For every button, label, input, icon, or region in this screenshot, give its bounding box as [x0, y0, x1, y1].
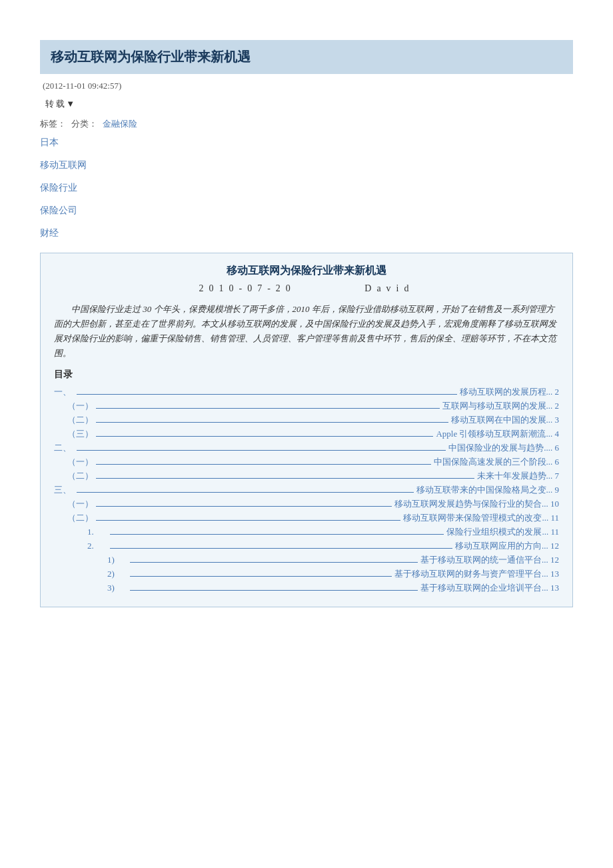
- tags-row: 标签： 分类： 金融保险: [40, 118, 573, 130]
- toc-spacer: [77, 450, 446, 451]
- toc-num[interactable]: 2): [107, 569, 127, 579]
- article-title: 移动互联网为保险行业带来新机遇: [54, 264, 559, 278]
- article-author: David: [364, 283, 414, 293]
- toc-text[interactable]: 基于移动互联网的统一通信平台... 12: [420, 554, 559, 566]
- toc-num[interactable]: 1.: [87, 527, 107, 537]
- article-box: 移动互联网为保险行业带来新机遇 2010-07-20 David 中国保险行业走…: [40, 253, 573, 607]
- toc-item: 1)基于移动互联网的统一通信平台... 12: [54, 554, 559, 566]
- toc-num[interactable]: 一、: [54, 386, 74, 398]
- title-box: 移动互联网为保险行业带来新机遇: [40, 40, 573, 74]
- toc-spacer: [96, 408, 440, 409]
- toc-text[interactable]: 移动互联网在中国的发展... 3: [451, 414, 560, 426]
- toc-spacer: [96, 478, 474, 479]
- toc-text[interactable]: 移动互联带来的中国保险格局之变... 9: [416, 484, 560, 496]
- toc-spacer: [130, 590, 418, 591]
- toc-item: 二、中国保险业的发展与趋势.... 6: [54, 442, 559, 454]
- toc-item: （一）移动互联网发展趋势与保险行业的契合... 10: [54, 498, 559, 510]
- toc-item: （二）移动互联网带来保险管理模式的改变... 11: [54, 512, 559, 524]
- toc-item: 三、移动互联带来的中国保险格局之变... 9: [54, 484, 559, 496]
- toc-num[interactable]: （二）: [67, 470, 93, 482]
- toc-item: （一）互联网与移动互联网的发展... 2: [54, 400, 559, 412]
- toolbar-row: 转 载 ▼: [40, 95, 573, 113]
- keyword-link-4[interactable]: 财经: [40, 227, 573, 239]
- forward-button[interactable]: 转 载 ▼: [45, 98, 75, 110]
- toc-num[interactable]: （三）: [67, 428, 93, 440]
- toc-item: 2.移动互联网应用的方向... 12: [54, 540, 559, 552]
- article-date: 2010-07-20: [199, 283, 295, 293]
- toc-text[interactable]: 中国保险业的发展与趋势.... 6: [448, 442, 559, 454]
- arrow-icon: ▼: [66, 99, 75, 109]
- toc-spacer: [77, 394, 457, 395]
- toc-text[interactable]: 移动互联网发展趋势与保险行业的契合... 10: [394, 498, 559, 510]
- toc-text[interactable]: Apple 引领移动互联网新潮流... 4: [436, 428, 559, 440]
- toc-text[interactable]: 未来十年发展趋势... 7: [477, 470, 560, 482]
- toc-spacer: [110, 534, 444, 535]
- toc-text[interactable]: 基于移动互联网的财务与资产管理平台... 13: [394, 568, 559, 580]
- toc-text[interactable]: 互联网与移动互联网的发展... 2: [442, 400, 560, 412]
- toc-num[interactable]: （一）: [67, 456, 93, 468]
- toc-num[interactable]: （一）: [67, 498, 93, 510]
- meta-date: (2012-11-01 09:42:57): [40, 81, 573, 91]
- page-wrapper: 移动互联网为保险行业带来新机遇 (2012-11-01 09:42:57) 转 …: [0, 0, 613, 634]
- toc-item: （三）Apple 引领移动互联网新潮流... 4: [54, 428, 559, 440]
- category-label: 分类：: [71, 118, 97, 130]
- toc-text[interactable]: 移动互联网应用的方向... 12: [455, 540, 559, 552]
- keyword-link-2[interactable]: 保险行业: [40, 182, 573, 194]
- toc-spacer: [130, 576, 392, 577]
- toc-text[interactable]: 保险行业组织模式的发展... 11: [446, 526, 559, 538]
- toc-num[interactable]: 二、: [54, 442, 74, 454]
- toc-item: 1.保险行业组织模式的发展... 11: [54, 526, 559, 538]
- toc-item: （二）移动互联网在中国的发展... 3: [54, 414, 559, 426]
- keyword-link-0[interactable]: 日本: [40, 137, 573, 149]
- toc-num[interactable]: （二）: [67, 512, 93, 524]
- toc-spacer: [96, 422, 448, 423]
- toc-title: 目录: [54, 369, 559, 381]
- keyword-link-3[interactable]: 保险公司: [40, 205, 573, 217]
- toc-num[interactable]: （一）: [67, 400, 93, 412]
- toc-item: （二）未来十年发展趋势... 7: [54, 470, 559, 482]
- toc-item: 一、移动互联网的发展历程... 2: [54, 386, 559, 398]
- toc-text[interactable]: 移动互联网的发展历程... 2: [460, 386, 560, 398]
- keyword-links: 日本 移动互联网 保险行业 保险公司 财经: [40, 137, 573, 239]
- toc-spacer: [96, 464, 431, 465]
- toc-num[interactable]: （二）: [67, 414, 93, 426]
- toc-spacer: [96, 506, 392, 507]
- toc-spacer: [96, 520, 400, 521]
- toc-spacer: [96, 436, 433, 437]
- toc-text[interactable]: 移动互联网带来保险管理模式的改变... 11: [403, 512, 559, 524]
- toc-item: （一）中国保险高速发展的三个阶段... 6: [54, 456, 559, 468]
- toc-item: 3)基于移动互联网的企业培训平台... 13: [54, 582, 559, 594]
- toc-spacer: [77, 492, 414, 493]
- keyword-link-1[interactable]: 移动互联网: [40, 159, 573, 171]
- toc-text[interactable]: 中国保险高速发展的三个阶段... 6: [434, 456, 560, 468]
- toc-num[interactable]: 3): [107, 583, 127, 593]
- toc-num[interactable]: 2.: [87, 541, 107, 551]
- toc-text[interactable]: 基于移动互联网的企业培训平台... 13: [420, 582, 559, 594]
- article-subtitle: 2010-07-20 David: [54, 283, 559, 294]
- article-abstract: 中国保险行业走过 30 个年头，保费规模增长了两千多倍，2010 年后，保险行业…: [54, 302, 559, 361]
- toc-spacer: [110, 548, 452, 549]
- toc-num[interactable]: 三、: [54, 484, 74, 496]
- toc-list: 一、移动互联网的发展历程... 2（一）互联网与移动互联网的发展... 2（二）…: [54, 386, 559, 594]
- toc-item: 2)基于移动互联网的财务与资产管理平台... 13: [54, 568, 559, 580]
- tag-label: 标签：: [40, 118, 66, 130]
- toc-num[interactable]: 1): [107, 555, 127, 565]
- toc-spacer: [130, 562, 418, 563]
- forward-label: 转 载: [45, 98, 65, 110]
- page-title: 移动互联网为保险行业带来新机遇: [51, 48, 562, 66]
- category-link[interactable]: 金融保险: [103, 118, 137, 130]
